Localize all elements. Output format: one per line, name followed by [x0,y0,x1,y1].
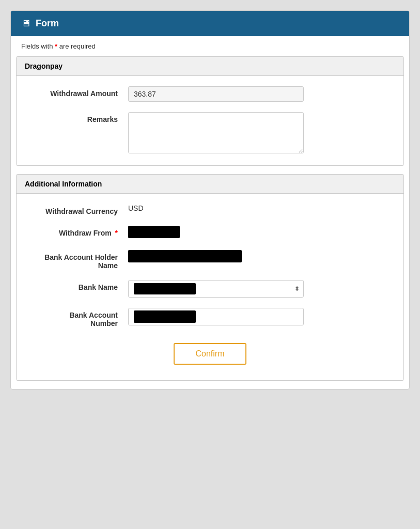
confirm-button[interactable]: Confirm [174,343,246,365]
withdrawal-currency-value: USD [128,201,144,212]
withdrawal-amount-label: Withdrawal Amount [25,86,128,98]
form-container: 🖥 Form Fields with * are required Dragon… [10,10,410,390]
form-header: 🖥 Form [11,11,409,36]
dragonpay-section: Dragonpay Withdrawal Amount Remarks [16,56,404,166]
bank-name-select[interactable] [128,280,304,298]
bank-account-holder-name-control [128,250,395,264]
withdraw-from-row: Withdraw From * [25,226,395,240]
withdraw-from-required: * [113,229,118,237]
bank-account-holder-name-label: Bank Account HolderName [25,250,128,270]
required-note: Fields with * are required [11,36,409,56]
bank-account-number-label: Bank AccountNumber [25,308,128,328]
remarks-label: Remarks [25,112,128,123]
bank-account-number-control [128,308,395,325]
bank-account-holder-name-row: Bank Account HolderName [25,250,395,270]
dragonpay-section-body: Withdrawal Amount Remarks [17,76,403,165]
bank-account-number-row: Bank AccountNumber [25,308,395,328]
additional-info-section-header: Additional Information [17,175,403,194]
withdrawal-amount-input[interactable] [128,86,304,102]
bank-name-control: ⬍ [128,280,395,298]
required-asterisk: * [55,42,57,50]
monitor-icon: 🖥 [21,18,30,29]
additional-info-section-body: Withdrawal Currency USD Withdraw From * … [17,194,403,380]
bank-account-number-input-wrapper[interactable] [128,308,304,325]
withdrawal-currency-control: USD [128,204,395,212]
withdraw-from-redacted [128,226,180,238]
remarks-row: Remarks [25,112,395,155]
withdrawal-amount-row: Withdrawal Amount [25,86,395,102]
bank-account-holder-name-redacted [128,250,242,262]
form-title: Form [36,18,59,29]
withdrawal-currency-label: Withdrawal Currency [25,204,128,215]
remarks-textarea[interactable] [128,112,304,153]
bank-name-label: Bank Name [25,280,128,291]
confirm-row: Confirm [25,343,395,365]
withdraw-from-label: Withdraw From * [25,226,128,237]
bank-account-number-redacted [134,310,196,323]
withdraw-from-control [128,226,395,240]
withdrawal-currency-row: Withdrawal Currency USD [25,204,395,215]
bank-name-redacted [134,283,196,294]
remarks-control [128,112,395,155]
withdrawal-amount-control [128,86,395,102]
dragonpay-section-header: Dragonpay [17,57,403,76]
bank-name-row: Bank Name ⬍ [25,280,395,298]
bank-name-select-wrapper: ⬍ [128,280,304,298]
additional-info-section: Additional Information Withdrawal Curren… [16,174,404,381]
